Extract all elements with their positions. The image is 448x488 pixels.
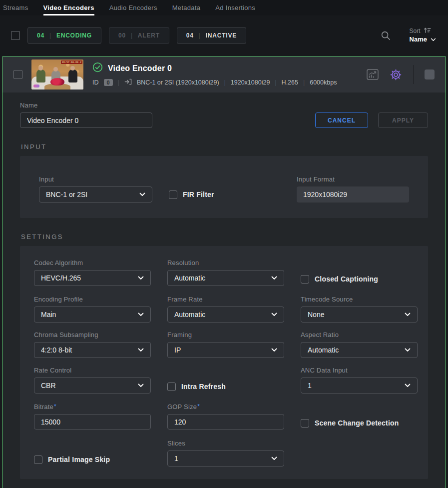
scene-change-detection-checkbox[interactable] <box>301 419 309 428</box>
settings-gear-icon[interactable] <box>390 68 402 81</box>
chevron-down-icon <box>138 348 144 352</box>
anc-data-input-label: ANC Data Input <box>301 366 418 374</box>
anc-data-input-select[interactable]: 1 <box>301 378 418 394</box>
rate-control-label: Rate Control <box>34 366 151 374</box>
header-divider <box>413 65 414 84</box>
stats-chart-icon[interactable] <box>367 69 379 80</box>
timecode-source-select[interactable]: None <box>301 306 418 322</box>
chevron-down-icon <box>138 312 144 316</box>
framing-select[interactable]: IP <box>167 342 284 358</box>
aspect-ratio-field: Aspect Ratio Automatic <box>301 331 418 358</box>
sort-order-icon[interactable] <box>424 27 431 36</box>
filter-separator: | <box>131 32 133 39</box>
select-all-checkbox[interactable] <box>11 31 20 40</box>
fir-filter-label: FIR Filter <box>183 190 214 198</box>
filter-inactive-button[interactable]: 04 | INACTIVE <box>177 27 246 44</box>
gop-size-field: GOP Size* <box>167 403 284 431</box>
tab-audio-encoders[interactable]: Audio Encoders <box>109 0 157 16</box>
chroma-subsampling-select[interactable]: 4:2:0 8-bit <box>34 342 151 358</box>
encoder-meta: ID 0 | BNC-1 or 2SI (1920x1080i29) | 192… <box>92 78 337 87</box>
rate-control-select[interactable]: CBR <box>34 378 151 394</box>
resolution-field: Resolution Automatic <box>167 259 284 287</box>
filter-separator: | <box>49 32 51 39</box>
sort-value: Name <box>410 36 427 44</box>
top-nav: Streams Video Encoders Audio Encoders Me… <box>0 0 448 16</box>
encoder-card: 20:57:16.04.2 Video Encoder 0 ID 0 | BN <box>2 56 446 488</box>
slices-select[interactable]: 1 <box>167 450 284 466</box>
settings-panel: Codec Algorithm HEVC/H.265 Resolution Au… <box>20 246 428 479</box>
encoding-label: ENCODING <box>56 32 92 39</box>
apply-button[interactable]: APPLY <box>378 112 428 128</box>
cancel-button[interactable]: CANCEL <box>315 112 368 128</box>
input-format-label: Input Format <box>297 176 409 183</box>
framing-label: Framing <box>167 331 284 338</box>
encoder-title: Video Encoder 0 <box>108 64 172 73</box>
filter-encoding-button[interactable]: 04 | ENCODING <box>27 27 101 44</box>
input-label: Input <box>39 176 152 183</box>
closed-captioning-checkbox-field[interactable]: Closed Captioning <box>301 271 418 287</box>
codec-algorithm-label: Codec Algorithm <box>34 259 151 266</box>
chevron-down-icon <box>405 312 411 316</box>
stop-button[interactable] <box>425 70 435 80</box>
search-icon[interactable] <box>380 30 391 41</box>
input-select[interactable]: BNC-1 or 2SI <box>39 186 152 202</box>
filter-separator: | <box>199 32 201 39</box>
thumbnail-person <box>36 70 45 82</box>
scene-change-detection-label: Scene Change Detection <box>315 419 399 427</box>
bitrate-label: Bitrate* <box>34 403 151 410</box>
status-ok-icon <box>92 62 103 74</box>
intra-refresh-checkbox[interactable] <box>167 382 176 391</box>
inactive-count: 04 <box>186 32 194 39</box>
fir-filter-checkbox[interactable] <box>169 190 177 199</box>
chroma-subsampling-label: Chroma Subsampling <box>34 331 151 338</box>
sort-label: Sort <box>410 28 421 35</box>
timecode-source-label: Timecode Source <box>301 296 418 303</box>
tab-ad-insertions[interactable]: Ad Insertions <box>215 0 255 16</box>
chroma-subsampling-field: Chroma Subsampling 4:2:0 8-bit <box>34 331 151 358</box>
slices-field: Slices 1 <box>167 440 284 468</box>
frame-rate-field: Frame Rate Automatic <box>167 296 284 322</box>
closed-captioning-label: Closed Captioning <box>315 275 378 283</box>
framing-field: Framing IP <box>167 331 284 358</box>
tab-streams[interactable]: Streams <box>3 0 28 16</box>
resolution-label: Resolution <box>167 259 284 266</box>
resolution-select[interactable]: Automatic <box>167 270 284 286</box>
id-badge: 0 <box>104 79 113 86</box>
partial-image-skip-checkbox-field[interactable]: Partial Image Skip <box>34 452 151 468</box>
intra-refresh-checkbox-field[interactable]: Intra Refresh <box>167 378 284 394</box>
thumbnail-logo <box>33 84 39 88</box>
meta-source: BNC-1 or 2SI (1920x1080i29) <box>137 79 219 86</box>
bitrate-input[interactable] <box>34 414 151 430</box>
codec-algorithm-select[interactable]: HEVC/H.265 <box>34 270 151 286</box>
fir-filter-checkbox-field[interactable]: FIR Filter <box>169 186 214 202</box>
encoding-profile-field: Encoding Profile Main <box>34 296 151 322</box>
encoder-config-screen: Streams Video Encoders Audio Encoders Me… <box>0 0 448 488</box>
encoding-profile-select[interactable]: Main <box>34 306 151 322</box>
input-format-value: 1920x1080i29 <box>297 186 409 202</box>
codec-algorithm-field: Codec Algorithm HEVC/H.265 <box>34 259 151 287</box>
anc-data-input-field: ANC Data Input 1 <box>301 366 418 394</box>
sort-field-dropdown[interactable]: Name <box>410 36 436 44</box>
settings-section-title: SETTINGS <box>21 233 428 240</box>
input-section-title: INPUT <box>21 143 428 150</box>
chevron-down-icon <box>138 384 144 388</box>
filter-alert-button[interactable]: 00 | ALERT <box>109 27 169 44</box>
name-input[interactable] <box>20 112 152 128</box>
gop-size-input[interactable] <box>167 414 284 430</box>
aspect-ratio-select[interactable]: Automatic <box>301 342 418 358</box>
partial-image-skip-label: Partial Image Skip <box>48 456 110 464</box>
tab-video-encoders[interactable]: Video Encoders <box>43 0 94 16</box>
closed-captioning-checkbox[interactable] <box>301 275 309 284</box>
partial-image-skip-checkbox[interactable] <box>34 456 42 464</box>
thumbnail-person <box>68 70 77 82</box>
frame-rate-select[interactable]: Automatic <box>167 306 284 322</box>
intra-refresh-label: Intra Refresh <box>181 382 226 390</box>
tab-metadata[interactable]: Metadata <box>172 0 201 16</box>
thumbnail-flowers <box>50 78 64 86</box>
frame-rate-label: Frame Rate <box>167 296 284 303</box>
gop-size-label: GOP Size* <box>167 403 284 410</box>
name-label: Name <box>20 102 152 109</box>
alert-count: 00 <box>118 32 126 39</box>
scene-change-detection-checkbox-field[interactable]: Scene Change Detection <box>301 415 418 431</box>
encoder-select-checkbox[interactable] <box>13 70 22 79</box>
